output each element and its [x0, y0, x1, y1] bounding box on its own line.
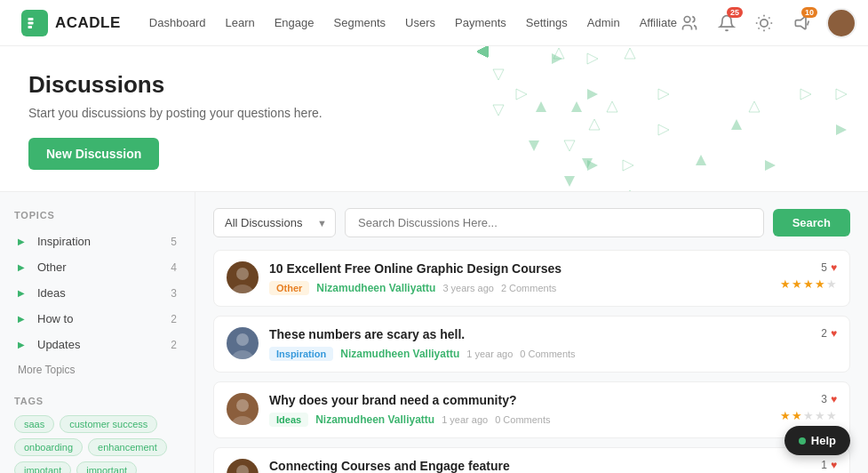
disc-author[interactable]: Nizamudheen Valliyattu: [316, 282, 435, 294]
discussions-list: 10 Excellent Free Online Graphic Design …: [213, 250, 850, 473]
disc-meta: InspirationNizamudheen Valliyattu1 year …: [269, 347, 773, 361]
users-icon: [681, 14, 698, 32]
sidebar-tag[interactable]: customer success: [60, 415, 157, 433]
disc-time: 1 year ago: [466, 349, 513, 359]
star-filled-icon: ★: [780, 277, 791, 291]
nav-link-learn[interactable]: Learn: [225, 16, 254, 29]
svg-point-4: [760, 19, 768, 26]
new-discussion-button[interactable]: New Discussion: [28, 138, 159, 170]
avatar[interactable]: [826, 8, 856, 38]
nav-link-segments[interactable]: Segments: [334, 16, 386, 29]
nav-link-users[interactable]: Users: [405, 16, 435, 29]
disc-comments: 0 Comments: [495, 414, 550, 425]
disc-stars: ★★★★★: [780, 277, 837, 291]
disc-title: Why does your brand need a community?: [269, 393, 769, 407]
megaphone-icon-wrap[interactable]: 10: [789, 11, 814, 36]
disc-title: These numbers are scary as hell.: [269, 327, 773, 341]
sun-icon: [755, 14, 773, 32]
more-topics[interactable]: More Topics: [14, 358, 180, 381]
discussion-card[interactable]: Why does your brand need a community?Ide…: [213, 381, 850, 438]
disc-title: 10 Excellent Free Online Graphic Design …: [269, 261, 769, 276]
disc-tag[interactable]: Ideas: [269, 413, 308, 427]
filter-bar: All Discussions Inspiration Other Ideas …: [213, 208, 850, 237]
disc-stars: ★★★★★: [780, 409, 837, 422]
disc-meta: IdeasNizamudheen Valliyattu1 year ago0 C…: [269, 413, 769, 427]
svg-point-3: [684, 16, 690, 22]
sidebar: TOPICS ▶Inspiration5▶Other4▶Ideas3▶How t…: [0, 192, 195, 473]
like-count: 1: [821, 459, 827, 471]
like-count: 2: [821, 327, 827, 340]
svg-line-8: [768, 28, 769, 28]
search-input[interactable]: [345, 208, 764, 237]
topics-list: ▶Inspiration5▶Other4▶Ideas3▶How to2▶Upda…: [14, 229, 180, 357]
nav-link-settings[interactable]: Settings: [526, 16, 568, 29]
sidebar-topic-item[interactable]: ▶Ideas3: [14, 281, 180, 305]
svg-line-12: [768, 17, 769, 18]
disc-avatar: [227, 327, 259, 359]
nav-link-engage[interactable]: Engage: [275, 16, 315, 29]
sidebar-topic-count: 2: [171, 339, 177, 351]
sidebar-tag[interactable]: important: [76, 461, 137, 473]
topic-arrow-icon: ▶: [18, 340, 30, 349]
svg-rect-0: [28, 18, 34, 20]
sidebar-topic-label: Updates: [37, 338, 163, 351]
sun-icon-wrap[interactable]: [752, 11, 776, 36]
sidebar-topic-count: 4: [171, 261, 177, 274]
star-filled-icon: ★: [792, 409, 802, 422]
sidebar-topic-label: Ideas: [37, 286, 163, 300]
megaphone-badge: 10: [801, 7, 817, 18]
help-button[interactable]: Help: [784, 426, 850, 455]
discussion-card[interactable]: These numbers are scary as hell.Inspirat…: [213, 316, 850, 373]
logo[interactable]: ACADLE: [21, 10, 121, 36]
sidebar-topic-item[interactable]: ▶Inspiration5: [14, 229, 180, 253]
sidebar-tag[interactable]: enhancement: [88, 438, 167, 456]
disc-likes[interactable]: 3♥: [821, 393, 837, 405]
sidebar-topic-item[interactable]: ▶How to2: [14, 307, 180, 331]
sidebar-tag[interactable]: impotant: [14, 461, 71, 473]
disc-meta: OtherNizamudheen Valliyattu3 years ago2 …: [269, 281, 769, 295]
nav-link-payments[interactable]: Payments: [455, 16, 506, 29]
tags-list: saascustomer successonboardingenhancemen…: [14, 415, 180, 473]
sidebar-tag[interactable]: onboarding: [14, 438, 83, 456]
sidebar-topic-item[interactable]: ▶Updates2: [14, 333, 180, 357]
sidebar-topic-count: 2: [171, 313, 177, 325]
users-icon-wrap[interactable]: [677, 11, 702, 36]
nav-links: DashboardLearnEngageSegmentsUsersPayment…: [149, 16, 677, 29]
content-area: All Discussions Inspiration Other Ideas …: [195, 192, 868, 473]
svg-rect-1: [28, 21, 34, 24]
disc-right: 5♥★★★★★: [780, 261, 837, 291]
tags-label: TAGS: [14, 396, 180, 406]
nav-link-affiliate[interactable]: Affiliate: [640, 16, 677, 29]
sidebar-tag[interactable]: saas: [14, 415, 54, 433]
disc-tag[interactable]: Other: [269, 281, 309, 295]
disc-tag[interactable]: Inspiration: [269, 347, 333, 361]
search-button[interactable]: Search: [773, 209, 850, 236]
nav-link-dashboard[interactable]: Dashboard: [149, 16, 206, 29]
svg-point-21: [236, 465, 249, 473]
disc-body: 10 Excellent Free Online Graphic Design …: [269, 261, 769, 295]
heart-icon: ♥: [831, 261, 837, 274]
disc-comments: 0 Comments: [520, 349, 575, 359]
disc-right: 1♥★★★★★: [780, 459, 837, 473]
disc-author[interactable]: Nizamudheen Valliyattu: [340, 348, 459, 360]
disc-likes[interactable]: 1♥: [821, 459, 837, 471]
star-empty-icon: ★: [815, 409, 825, 422]
help-label: Help: [811, 434, 836, 447]
help-dot: [799, 437, 806, 445]
disc-author[interactable]: Nizamudheen Valliyattu: [315, 413, 434, 426]
disc-comments: 2 Comments: [501, 283, 556, 293]
heart-icon: ♥: [831, 327, 837, 340]
disc-likes[interactable]: 5♥: [821, 261, 837, 274]
disc-likes[interactable]: 2♥: [821, 327, 837, 340]
sidebar-topic-item[interactable]: ▶Other4: [14, 255, 180, 279]
nav-link-admin[interactable]: Admin: [587, 16, 620, 29]
disc-time: 3 years ago: [442, 283, 493, 293]
discussion-card[interactable]: 10 Excellent Free Online Graphic Design …: [213, 250, 850, 307]
sidebar-topic-label: Inspiration: [37, 235, 163, 248]
svg-point-19: [236, 399, 249, 412]
topic-arrow-icon: ▶: [18, 236, 30, 246]
topic-select[interactable]: All Discussions Inspiration Other Ideas …: [213, 208, 336, 237]
disc-time: 1 year ago: [442, 414, 488, 425]
notifications-icon-wrap[interactable]: 25: [714, 11, 739, 36]
discussion-card[interactable]: Connecting Courses and Engage featureFea…: [213, 447, 850, 473]
